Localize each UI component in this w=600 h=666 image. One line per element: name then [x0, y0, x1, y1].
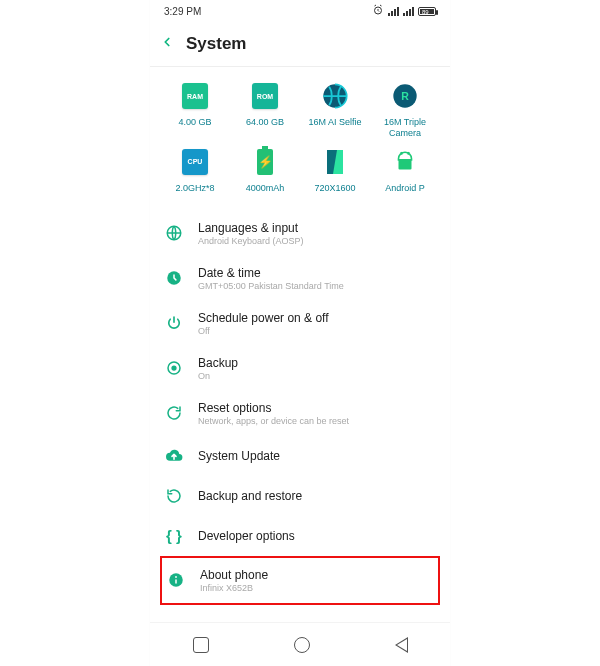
spec-rom[interactable]: ROM 64.00 GB [230, 81, 300, 139]
recent-apps-button[interactable] [193, 637, 209, 653]
item-system-update[interactable]: System Update [164, 436, 436, 476]
spec-battery[interactable]: 4000mAh [230, 147, 300, 203]
signal-icon-2 [403, 6, 414, 16]
item-about-phone[interactable]: About phone Infinix X652B [166, 562, 434, 599]
item-title: Backup [198, 356, 238, 370]
spec-cpu[interactable]: CPU 2.0GHz*8 [160, 147, 230, 203]
home-button[interactable] [294, 637, 310, 653]
battery-spec-icon [250, 147, 280, 177]
alarm-icon [372, 4, 384, 18]
item-title: Languages & input [198, 221, 304, 235]
spec-ram[interactable]: RAM 4.00 GB [160, 81, 230, 139]
refresh-icon [164, 403, 184, 423]
page-header: System [150, 22, 450, 67]
info-icon [166, 570, 186, 590]
item-title: Backup and restore [198, 489, 302, 503]
svg-point-8 [407, 155, 409, 157]
item-languages[interactable]: Languages & input Android Keyboard (AOSP… [164, 211, 436, 256]
item-datetime[interactable]: Date & time GMT+05:00 Pakistan Standard … [164, 256, 436, 301]
item-title: Schedule power on & off [198, 311, 329, 325]
power-icon [164, 313, 184, 333]
item-subtitle: GMT+05:00 Pakistan Standard Time [198, 281, 344, 291]
item-developer[interactable]: { } Developer options [164, 516, 436, 556]
item-backup-restore[interactable]: Backup and restore [164, 476, 436, 516]
screen-icon [320, 147, 350, 177]
item-reset[interactable]: Reset options Network, apps, or device c… [164, 391, 436, 436]
svg-point-7 [401, 155, 403, 157]
android-icon [390, 147, 420, 177]
item-subtitle: Off [198, 326, 329, 336]
item-subtitle: Infinix X652B [200, 583, 268, 593]
item-backup[interactable]: Backup On [164, 346, 436, 391]
spec-android[interactable]: Android P [370, 147, 440, 203]
cloud-upload-icon [164, 446, 184, 466]
spec-selfie[interactable]: 16M AI Selfie [300, 81, 370, 139]
item-title: Date & time [198, 266, 344, 280]
camera-front-icon [320, 81, 350, 111]
phone-frame: 3:29 PM 89 System RAM 4.00 GB ROM 64.00 … [150, 0, 450, 666]
globe-icon [164, 223, 184, 243]
signal-icon [388, 6, 399, 16]
camera-rear-icon: R [390, 81, 420, 111]
restore-icon [164, 486, 184, 506]
spec-resolution[interactable]: 720X1600 [300, 147, 370, 203]
rom-icon: ROM [250, 81, 280, 111]
svg-rect-14 [175, 579, 177, 584]
item-subtitle: Network, apps, or device can be reset [198, 416, 349, 426]
clock-text: 3:29 PM [164, 6, 201, 17]
target-icon [164, 358, 184, 378]
item-subtitle: On [198, 371, 238, 381]
item-title: System Update [198, 449, 280, 463]
highlight-annotation: About phone Infinix X652B [160, 556, 440, 605]
ram-icon: RAM [180, 81, 210, 111]
battery-icon: 89 [418, 7, 436, 16]
specs-grid: RAM 4.00 GB ROM 64.00 GB 16M AI Selfie R… [150, 67, 450, 211]
spec-triple-camera[interactable]: R 16M Triple Camera [370, 81, 440, 139]
cpu-icon: CPU [180, 147, 210, 177]
item-schedule-power[interactable]: Schedule power on & off Off [164, 301, 436, 346]
item-title: Developer options [198, 529, 295, 543]
item-subtitle: Android Keyboard (AOSP) [198, 236, 304, 246]
clock-icon [164, 268, 184, 288]
item-title: About phone [200, 568, 268, 582]
svg-point-12 [172, 366, 176, 370]
settings-list: Languages & input Android Keyboard (AOSP… [150, 211, 450, 622]
android-nav-bar [150, 622, 450, 666]
back-icon[interactable] [160, 35, 174, 53]
svg-rect-6 [399, 159, 412, 169]
braces-icon: { } [164, 526, 184, 546]
status-bar: 3:29 PM 89 [150, 0, 450, 22]
svg-text:R: R [401, 90, 409, 102]
item-title: Reset options [198, 401, 349, 415]
back-button[interactable] [395, 637, 408, 653]
page-title: System [186, 34, 246, 54]
svg-point-15 [175, 576, 177, 578]
